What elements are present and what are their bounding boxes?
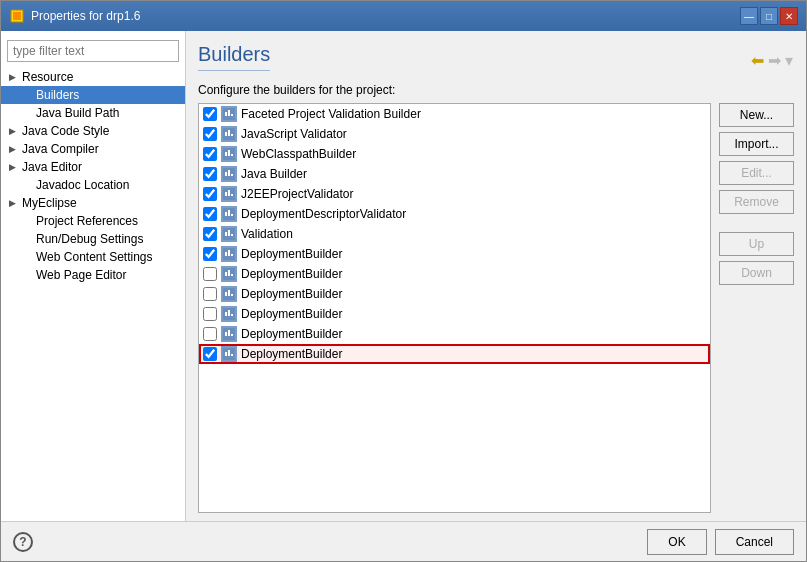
svg-rect-8 [228,130,230,136]
svg-rect-32 [228,250,230,256]
expand-arrow: ▶ [9,126,19,136]
builder-name: J2EEProjectValidator [241,187,354,201]
builder-checkbox[interactable] [203,267,217,281]
svg-rect-23 [225,212,227,216]
svg-rect-15 [225,172,227,176]
builder-item[interactable]: WebClasspathBuilder [199,144,710,164]
sidebar-item-java-code-style[interactable]: ▶Java Code Style [1,122,185,140]
nav-dropdown-button[interactable]: ▾ [784,51,794,70]
builder-item[interactable]: DeploymentBuilder [199,264,710,284]
builder-item[interactable]: DeploymentBuilder [199,244,710,264]
builder-name: DeploymentBuilder [241,247,342,261]
builder-checkbox[interactable] [203,287,217,301]
sidebar-item-web-content-settings[interactable]: Web Content Settings [1,248,185,266]
svg-rect-49 [231,334,233,336]
sidebar-item-project-references[interactable]: Project References [1,212,185,230]
svg-rect-24 [228,210,230,216]
builder-item[interactable]: JavaScript Validator [199,124,710,144]
svg-rect-52 [228,350,230,356]
filter-input[interactable] [7,40,179,62]
ok-button[interactable]: OK [647,529,706,555]
sidebar-item-web-page-editor[interactable]: Web Page Editor [1,266,185,284]
builder-name: DeploymentDescriptorValidator [241,207,406,221]
builder-icon [221,206,237,222]
expand-arrow: ▶ [9,162,19,172]
builder-checkbox[interactable] [203,227,217,241]
sidebar-item-myeclipse[interactable]: ▶MyEclipse [1,194,185,212]
builder-item[interactable]: Java Builder [199,164,710,184]
sidebar-item-javadoc-location[interactable]: Javadoc Location [1,176,185,194]
svg-rect-33 [231,254,233,256]
builder-checkbox[interactable] [203,307,217,321]
svg-rect-43 [225,312,227,316]
builder-checkbox[interactable] [203,167,217,181]
builder-icon [221,306,237,322]
cancel-button[interactable]: Cancel [715,529,794,555]
title-bar: Properties for drp1.6 — □ ✕ [1,1,806,31]
help-button[interactable]: ? [13,532,33,552]
builder-checkbox[interactable] [203,187,217,201]
builder-icon [221,126,237,142]
bottom-bar: ? OK Cancel [1,521,806,561]
down-button[interactable]: Down [719,261,794,285]
expand-arrow: ▶ [9,144,19,154]
svg-rect-44 [228,310,230,316]
sidebar-item-resource[interactable]: ▶Resource [1,68,185,86]
builder-item[interactable]: Faceted Project Validation Builder [199,104,710,124]
sidebar-item-java-compiler[interactable]: ▶Java Compiler [1,140,185,158]
builder-item[interactable]: Validation [199,224,710,244]
sidebar-item-label: Web Page Editor [36,268,127,282]
builder-list[interactable]: Faceted Project Validation Builder JavaS… [198,103,711,513]
builder-name: Faceted Project Validation Builder [241,107,421,121]
builder-checkbox[interactable] [203,347,217,361]
edit-button[interactable]: Edit... [719,161,794,185]
content-area: ▶Resource Builders Java Build Path▶Java … [1,31,806,521]
sidebar-item-java-build-path[interactable]: Java Build Path [1,104,185,122]
builder-checkbox[interactable] [203,327,217,341]
builder-item[interactable]: DeploymentDescriptorValidator [199,204,710,224]
main-content-area: Faceted Project Validation Builder JavaS… [198,103,794,513]
remove-button[interactable]: Remove [719,190,794,214]
window-icon [9,8,25,24]
nav-forward-button[interactable]: ➡ [767,51,782,70]
svg-rect-53 [231,354,233,356]
builder-checkbox[interactable] [203,127,217,141]
svg-rect-17 [231,174,233,176]
builder-icon [221,266,237,282]
close-button[interactable]: ✕ [780,7,798,25]
builder-checkbox[interactable] [203,147,217,161]
sidebar-item-label: Java Build Path [36,106,119,120]
nav-back-button[interactable]: ⬅ [750,51,765,70]
sidebar-item-label: Builders [36,88,79,102]
sidebar-item-java-editor[interactable]: ▶Java Editor [1,158,185,176]
minimize-button[interactable]: — [740,7,758,25]
svg-rect-12 [228,150,230,156]
svg-rect-35 [225,272,227,276]
sidebar-item-run-debug-settings[interactable]: Run/Debug Settings [1,230,185,248]
new-button[interactable]: New... [719,103,794,127]
builder-item[interactable]: DeploymentBuilder [199,324,710,344]
builder-icon [221,106,237,122]
import-button[interactable]: Import... [719,132,794,156]
left-panel: ▶Resource Builders Java Build Path▶Java … [1,31,186,521]
builder-checkbox[interactable] [203,247,217,261]
maximize-button[interactable]: □ [760,7,778,25]
builder-item[interactable]: DeploymentBuilder [199,284,710,304]
svg-rect-51 [225,352,227,356]
panel-header-row: Builders ⬅ ➡ ▾ [198,43,794,77]
builder-icon [221,146,237,162]
svg-rect-48 [228,330,230,336]
builder-icon [221,286,237,302]
builder-item[interactable]: DeploymentBuilder [199,344,710,364]
up-button[interactable]: Up [719,232,794,256]
builder-icon [221,246,237,262]
expand-arrow: ▶ [9,72,19,82]
svg-rect-13 [231,154,233,156]
builder-name: DeploymentBuilder [241,327,342,341]
builder-checkbox[interactable] [203,207,217,221]
builder-name: DeploymentBuilder [241,267,342,281]
sidebar-item-builders[interactable]: Builders [1,86,185,104]
builder-checkbox[interactable] [203,107,217,121]
builder-item[interactable]: DeploymentBuilder [199,304,710,324]
builder-item[interactable]: J2EEProjectValidator [199,184,710,204]
